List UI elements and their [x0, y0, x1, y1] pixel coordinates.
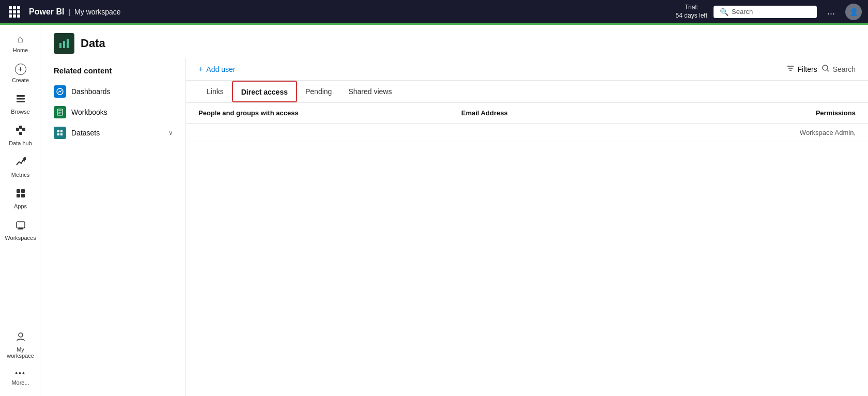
svg-rect-0 — [17, 95, 25, 97]
col-email-header: Email Address — [461, 109, 724, 117]
svg-line-32 — [827, 70, 829, 71]
related-content-title: Related content — [41, 66, 185, 81]
svg-rect-9 — [21, 189, 25, 193]
right-panel: + Add user Filters Search — [186, 58, 868, 396]
sidebar-item-create-label: Create — [12, 77, 29, 83]
col-permissions-header: Permissions — [724, 109, 856, 117]
tab-links[interactable]: Links — [198, 81, 232, 103]
tabs-bar: Links Direct access Pending Shared views — [186, 81, 868, 103]
sidebar-item-data-hub-label: Data hub — [9, 140, 32, 146]
top-more-button[interactable]: ... — [823, 6, 839, 17]
sidebar-item-browse[interactable]: Browse — [2, 89, 39, 119]
waffle-grid-icon — [9, 6, 20, 18]
svg-rect-26 — [57, 133, 59, 135]
tab-pending[interactable]: Pending — [297, 81, 340, 103]
svg-point-15 — [19, 333, 23, 337]
chevron-down-icon: ∨ — [168, 129, 173, 136]
datasets-icon — [54, 127, 66, 139]
page-title: Data — [81, 37, 105, 50]
apps-icon — [16, 188, 26, 201]
main-content: Data Related content Dashboards Workbook… — [41, 25, 868, 396]
brand-workspace: My workspace — [74, 8, 120, 16]
table-body: Workspace Admin, — [186, 124, 868, 396]
data-hub-icon — [16, 125, 26, 138]
workbooks-label: Workbooks — [71, 108, 173, 116]
svg-rect-25 — [60, 130, 63, 132]
sidebar-item-metrics[interactable]: Metrics — [2, 153, 39, 182]
table-header: People and groups with access Email Addr… — [186, 103, 868, 124]
filters-label: Filters — [798, 65, 817, 73]
sidebar-item-apps-label: Apps — [14, 203, 27, 209]
add-user-button[interactable]: + Add user — [198, 65, 235, 74]
sidebar: ⌂ Home + Create Browse Data hub Metrics — [0, 25, 41, 396]
trial-info: Trial: 54 days left — [676, 4, 707, 20]
svg-rect-18 — [67, 39, 69, 48]
brand: Power BI | My workspace — [29, 7, 121, 17]
svg-point-31 — [823, 65, 828, 70]
tab-shared-views[interactable]: Shared views — [340, 81, 400, 103]
dashboards-icon — [54, 85, 66, 98]
workspaces-icon — [16, 220, 26, 233]
svg-rect-11 — [21, 194, 25, 197]
svg-rect-6 — [19, 132, 22, 135]
sidebar-item-home-label: Home — [13, 47, 28, 53]
svg-rect-27 — [60, 133, 63, 135]
avatar[interactable]: 👤 — [845, 4, 862, 20]
sidebar-item-metrics-label: Metrics — [11, 172, 29, 178]
page-icon — [54, 33, 74, 54]
sidebar-item-my-workspace[interactable]: Myworkspace — [2, 327, 39, 363]
svg-rect-24 — [57, 130, 59, 132]
dashboards-label: Dashboards — [71, 87, 173, 96]
svg-rect-3 — [16, 128, 19, 131]
row-permissions: Workspace Admin, — [724, 129, 856, 136]
add-user-label: Add user — [206, 65, 235, 73]
search-bar-label: Search — [833, 65, 856, 73]
waffle-menu[interactable] — [6, 4, 23, 20]
sidebar-item-more-label: More... — [11, 379, 29, 386]
left-panel: Related content Dashboards Workbooks — [41, 58, 186, 396]
svg-rect-8 — [17, 189, 20, 193]
add-user-bar: + Add user Filters Search — [186, 58, 868, 81]
left-panel-dashboards[interactable]: Dashboards — [41, 81, 185, 102]
sidebar-item-create[interactable]: + Create — [2, 59, 39, 87]
sidebar-item-data-hub[interactable]: Data hub — [2, 121, 39, 150]
home-icon: ⌂ — [17, 33, 23, 45]
svg-rect-4 — [19, 126, 22, 129]
page-header: Data — [41, 25, 868, 58]
sidebar-item-workspaces-label: Workspaces — [5, 235, 36, 241]
more-icon: ••• — [15, 369, 26, 377]
sidebar-item-my-workspace-label: Myworkspace — [7, 346, 34, 359]
metrics-icon — [16, 157, 26, 170]
sidebar-item-browse-label: Browse — [11, 109, 30, 115]
svg-rect-2 — [17, 101, 25, 102]
two-col-layout: Related content Dashboards Workbooks — [41, 58, 868, 396]
brand-name: Power BI — [29, 7, 64, 17]
plus-icon: + — [198, 65, 203, 74]
top-search-box[interactable]: 🔍 Search — [714, 6, 817, 18]
svg-rect-1 — [17, 98, 25, 100]
filters-icon — [786, 64, 795, 74]
svg-rect-16 — [59, 43, 61, 48]
svg-rect-5 — [22, 128, 25, 131]
sidebar-item-more[interactable]: ••• More... — [2, 365, 39, 390]
tab-direct-access[interactable]: Direct access — [232, 81, 297, 102]
sidebar-item-home[interactable]: ⌂ Home — [2, 29, 39, 57]
workbooks-icon — [54, 106, 66, 118]
search-button[interactable]: Search — [822, 64, 856, 74]
filters-button[interactable]: Filters — [786, 64, 817, 74]
search-box-label: Search — [732, 8, 753, 16]
svg-rect-10 — [17, 194, 20, 197]
col-people-header: People and groups with access — [198, 109, 461, 117]
sidebar-item-workspaces[interactable]: Workspaces — [2, 216, 39, 245]
left-panel-workbooks[interactable]: Workbooks — [41, 102, 185, 123]
datasets-label: Datasets — [71, 129, 163, 137]
sidebar-item-apps[interactable]: Apps — [2, 184, 39, 214]
table-row: Workspace Admin, — [186, 124, 868, 142]
svg-rect-17 — [63, 41, 65, 48]
browse-icon — [16, 94, 26, 106]
my-workspace-icon — [16, 331, 26, 344]
search-bar-icon — [822, 64, 830, 74]
create-icon: + — [15, 64, 26, 75]
left-panel-datasets[interactable]: Datasets ∨ — [41, 123, 185, 143]
search-icon: 🔍 — [720, 8, 729, 16]
